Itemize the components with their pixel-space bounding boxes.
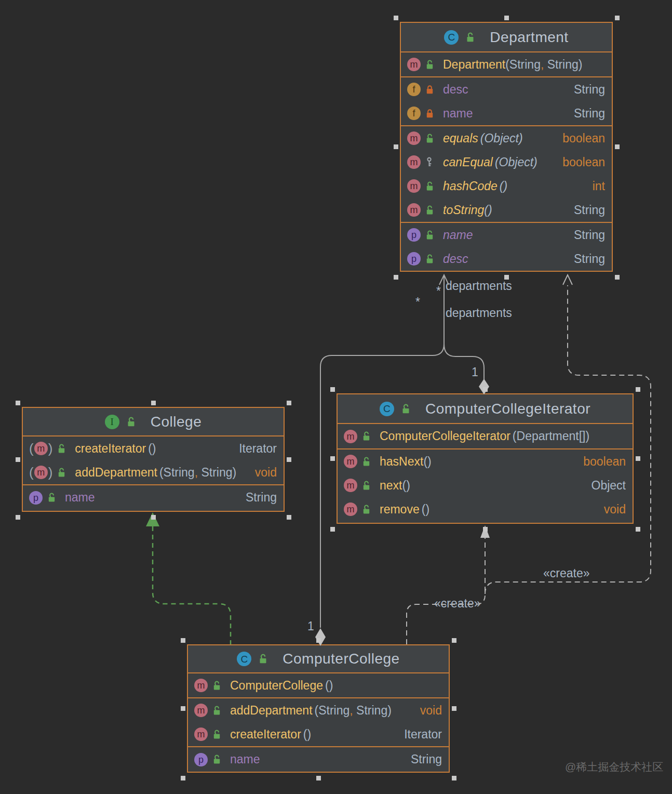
- method-icon: m: [407, 58, 421, 71]
- multiplicity-label: 1: [307, 619, 314, 633]
- class-header[interactable]: I College: [23, 408, 284, 435]
- selection-handle[interactable]: [394, 144, 398, 149]
- selection-handle[interactable]: [330, 456, 335, 461]
- selection-handle[interactable]: [504, 16, 509, 20]
- class-header[interactable]: C ComputerCollegeIterator: [338, 394, 633, 423]
- class-node-department[interactable]: C Department m Department StringString f…: [400, 22, 613, 272]
- selection-handle[interactable]: [636, 387, 640, 392]
- selection-handle[interactable]: [181, 776, 185, 780]
- selection-handle[interactable]: [394, 275, 398, 280]
- member-name: name: [443, 228, 473, 242]
- member-row-method[interactable]: m createIterator Iterator: [23, 436, 284, 460]
- member-row-constructor[interactable]: m Department StringString: [401, 52, 612, 76]
- selection-handle[interactable]: [394, 16, 398, 20]
- member-params: Department[]: [513, 429, 589, 443]
- public-lock-icon: [425, 60, 438, 70]
- public-lock-icon: [212, 706, 225, 716]
- member-params: StringString: [159, 466, 236, 480]
- member-row-constructor[interactable]: m ComputerCollege: [188, 673, 449, 697]
- selection-handle[interactable]: [330, 527, 335, 532]
- selection-handle[interactable]: [316, 638, 321, 643]
- watermark: @稀土掘金技术社区: [565, 760, 663, 774]
- public-lock-icon: [425, 205, 438, 215]
- selection-handle[interactable]: [287, 457, 291, 462]
- selection-handle[interactable]: [483, 387, 488, 392]
- selection-handle[interactable]: [615, 16, 620, 20]
- selection-handle[interactable]: [16, 515, 20, 520]
- selection-handle[interactable]: [16, 457, 20, 462]
- selection-handle[interactable]: [615, 144, 620, 149]
- member-row-method[interactable]: m remove void: [338, 497, 633, 521]
- selection-handle[interactable]: [287, 515, 291, 520]
- member-params: [423, 455, 431, 469]
- member-row-constructor[interactable]: m ComputerCollegeIterator Department[]: [338, 424, 633, 448]
- class-header[interactable]: C ComputerCollege: [188, 645, 449, 672]
- member-name: next: [380, 479, 402, 493]
- member-row-method[interactable]: m addDepartment StringString void: [23, 460, 284, 484]
- class-node-computer-college[interactable]: C ComputerCollege m ComputerCollege m ad…: [187, 644, 450, 773]
- private-lock-icon: [425, 85, 438, 95]
- class-icon: C: [380, 402, 394, 416]
- member-row-method[interactable]: m toString String: [401, 198, 612, 222]
- member-row-method[interactable]: m equals Object boolean: [401, 126, 612, 150]
- member-row-method[interactable]: m canEqual Object boolean: [401, 150, 612, 174]
- selection-handle[interactable]: [16, 401, 20, 405]
- interface-icon: I: [105, 415, 119, 429]
- member-row-method[interactable]: m createIterator Iterator: [188, 722, 449, 746]
- method-icon: m: [407, 203, 421, 217]
- selection-handle[interactable]: [151, 515, 156, 520]
- multiplicity-label: *: [415, 295, 420, 309]
- selection-handle[interactable]: [151, 401, 156, 405]
- method-icon: m: [344, 455, 357, 468]
- selection-handle[interactable]: [181, 638, 185, 643]
- member-params: [402, 479, 410, 493]
- class-title: ComputerCollege: [283, 651, 399, 667]
- member-row-method[interactable]: m next Object: [338, 473, 633, 497]
- member-row-property[interactable]: p name String: [23, 485, 284, 510]
- member-name: ComputerCollegeIterator: [380, 429, 510, 443]
- member-row-method[interactable]: m addDepartment StringString void: [188, 698, 449, 722]
- member-name: desc: [443, 83, 468, 97]
- return-type: void: [598, 502, 626, 517]
- selection-handle[interactable]: [287, 401, 291, 405]
- selection-handle[interactable]: [330, 387, 335, 392]
- selection-handle[interactable]: [316, 776, 321, 780]
- member-row-property[interactable]: p name String: [401, 223, 612, 247]
- method-icon: m: [407, 179, 421, 193]
- member-row-method[interactable]: m hashCode int: [401, 174, 612, 198]
- class-header[interactable]: C Department: [401, 23, 612, 51]
- public-lock-icon: [362, 481, 374, 491]
- member-name: name: [65, 491, 95, 505]
- return-type: Object: [585, 479, 626, 493]
- protected-key-icon: [425, 157, 438, 167]
- selection-handle[interactable]: [483, 527, 488, 532]
- class-node-computer-college-iterator[interactable]: C ComputerCollegeIterator m ComputerColl…: [337, 393, 634, 524]
- member-params: StringString: [505, 58, 582, 72]
- selection-handle[interactable]: [452, 776, 456, 780]
- selection-handle[interactable]: [181, 706, 185, 711]
- selection-handle[interactable]: [615, 275, 620, 280]
- member-row-field[interactable]: f name String: [401, 101, 612, 125]
- public-lock-icon: [212, 755, 225, 764]
- class-node-college[interactable]: I College m createIterator Iterator m ad…: [22, 407, 285, 512]
- abstract-method-icon: m: [29, 465, 52, 481]
- selection-handle[interactable]: [504, 275, 509, 280]
- selection-handle[interactable]: [452, 706, 456, 711]
- method-icon: m: [194, 704, 208, 717]
- create-edge-to-iterator: [407, 525, 490, 644]
- member-name: desc: [443, 252, 468, 266]
- selection-handle[interactable]: [636, 527, 640, 532]
- edge-label-create: «create»: [434, 597, 481, 611]
- member-params: [422, 502, 429, 517]
- member-row-field[interactable]: f desc String: [401, 77, 612, 101]
- field-icon: f: [407, 107, 421, 120]
- method-icon: m: [407, 155, 421, 169]
- aggregation-diamond: [315, 628, 326, 646]
- public-lock-icon: [425, 181, 438, 191]
- member-row-method[interactable]: m hasNext boolean: [338, 449, 633, 473]
- selection-handle[interactable]: [636, 456, 640, 461]
- member-row-property[interactable]: p name String: [188, 747, 449, 772]
- member-name: toString: [443, 203, 484, 217]
- member-row-property[interactable]: p desc String: [401, 247, 612, 271]
- selection-handle[interactable]: [452, 638, 456, 643]
